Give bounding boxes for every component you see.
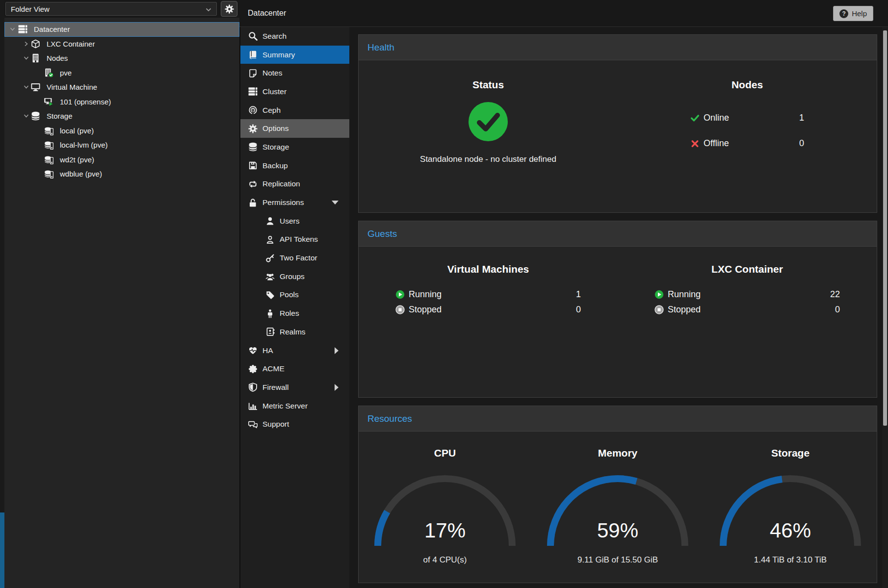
tree-item-storage[interactable]: Storage bbox=[4, 109, 239, 124]
tree-item-label: LXC Container bbox=[47, 40, 95, 48]
tree-item-101-opnsense[interactable]: 101 (opnsense) bbox=[4, 95, 239, 109]
status-row-label: Stopped bbox=[668, 305, 701, 315]
menu-item-acme[interactable]: ACME bbox=[240, 359, 349, 378]
status-row-label: Offline bbox=[704, 138, 729, 149]
database-disk-icon bbox=[44, 126, 57, 135]
health-nodes-column: Nodes Online1Offline0 bbox=[618, 60, 877, 212]
search-icon bbox=[248, 31, 258, 41]
menu-item-replication[interactable]: Replication bbox=[240, 175, 349, 194]
desktop-icon bbox=[31, 82, 44, 92]
resources-panel-header: Resources bbox=[359, 406, 877, 432]
nodes-title: Nodes bbox=[731, 79, 763, 91]
menu-item-groups[interactable]: Groups bbox=[240, 267, 349, 286]
person-icon bbox=[265, 309, 275, 318]
resources-panel: Resources CPU 17%of 4 CPU(s)Memory 59%9.… bbox=[358, 406, 877, 583]
menu-item-label: Replication bbox=[262, 179, 300, 188]
tree-item-local-pve[interactable]: local (pve) bbox=[4, 124, 239, 138]
tree-item-label: wd2t (pve) bbox=[60, 155, 94, 164]
tree-item-pve[interactable]: pve bbox=[4, 66, 239, 80]
tree-item-label: local-lvm (pve) bbox=[60, 141, 108, 149]
status-row-value: 1 bbox=[799, 113, 804, 123]
chevron-down-icon[interactable] bbox=[23, 55, 29, 62]
menu-item-label: Notes bbox=[262, 69, 283, 77]
stop-circle-icon bbox=[395, 305, 405, 314]
scrollbar-thumb[interactable] bbox=[883, 30, 887, 426]
gear-icon bbox=[248, 124, 258, 133]
guests-panel-header: Guests bbox=[359, 221, 877, 247]
key-icon bbox=[265, 254, 275, 263]
tree-settings-button[interactable] bbox=[221, 1, 237, 17]
help-button-label: Help bbox=[852, 9, 867, 18]
menu-item-firewall[interactable]: Firewall bbox=[240, 378, 349, 397]
menu-item-label: Options bbox=[262, 124, 288, 133]
menu-item-search[interactable]: Search bbox=[240, 27, 349, 46]
menu-item-label: API Tokens bbox=[280, 235, 318, 244]
menu-item-label: Users bbox=[280, 217, 299, 226]
menu-item-metric-server[interactable]: Metric Server bbox=[240, 397, 349, 415]
database-icon bbox=[248, 142, 258, 152]
tree-item-wd2t-pve[interactable]: wd2t (pve) bbox=[4, 153, 239, 167]
menu-item-realms[interactable]: Realms bbox=[240, 323, 349, 341]
nodes-status-list: Online1Offline0 bbox=[690, 110, 804, 151]
database-icon bbox=[31, 111, 44, 121]
menu-item-two-factor[interactable]: Two Factor bbox=[240, 249, 349, 267]
menu-item-options[interactable]: Options bbox=[240, 119, 349, 138]
cross-icon bbox=[690, 138, 700, 148]
health-status-column: Status Standalone node - no cluster defi… bbox=[359, 60, 618, 212]
menu-item-users[interactable]: Users bbox=[240, 212, 349, 230]
view-mode-select[interactable]: Folder View bbox=[5, 2, 217, 16]
heartbeat-icon bbox=[248, 346, 258, 355]
resources-panel-title: Resources bbox=[367, 413, 412, 424]
tree-item-label: Virtual Machine bbox=[47, 83, 97, 91]
tree-item-virtual-machine[interactable]: Virtual Machine bbox=[4, 80, 239, 95]
tree-item-label: Datacenter bbox=[34, 25, 70, 33]
menu-item-label: Summary bbox=[262, 51, 295, 59]
tree-item-wdblue-pve[interactable]: wdblue (pve) bbox=[4, 167, 239, 181]
server-icon bbox=[18, 25, 31, 34]
caret-right-icon bbox=[335, 347, 339, 354]
menu-item-permissions[interactable]: Permissions bbox=[240, 193, 349, 212]
menu-item-label: Realms bbox=[280, 328, 306, 336]
status-row-running: Running22 bbox=[654, 287, 840, 302]
tree-toolbar: Folder View bbox=[4, 0, 239, 18]
chevron-right-icon[interactable] bbox=[23, 40, 29, 47]
chevron-down-icon[interactable] bbox=[9, 26, 16, 33]
menu-item-label: Storage bbox=[262, 143, 289, 152]
menu-item-storage[interactable]: Storage bbox=[240, 138, 349, 156]
tree-item-datacenter[interactable]: Datacenter bbox=[4, 22, 239, 37]
tree-item-lxc-container[interactable]: LXC Container bbox=[4, 37, 239, 51]
building-icon bbox=[31, 53, 44, 63]
menu-item-pools[interactable]: Pools bbox=[240, 286, 349, 305]
menu-item-label: Cluster bbox=[262, 87, 287, 96]
chevron-down-icon[interactable] bbox=[23, 84, 29, 91]
tree-item-local-lvm-pve[interactable]: local-lvm (pve) bbox=[4, 138, 239, 153]
gauge-percent-value: 46% bbox=[717, 519, 864, 542]
menu-item-api-tokens[interactable]: API Tokens bbox=[240, 230, 349, 249]
note-icon bbox=[248, 69, 258, 78]
guests-status-list: Running22Stopped0 bbox=[654, 287, 840, 317]
guests-panel-title: Guests bbox=[367, 229, 397, 239]
left-edge-strip bbox=[0, 0, 4, 588]
floppy-icon bbox=[248, 161, 258, 170]
menu-item-label: ACME bbox=[262, 364, 285, 373]
shield-icon bbox=[248, 383, 258, 392]
menu-item-ha[interactable]: HA bbox=[240, 341, 349, 360]
tree-item-nodes[interactable]: Nodes bbox=[4, 51, 239, 66]
cluster-icon bbox=[248, 87, 258, 96]
menu-item-notes[interactable]: Notes bbox=[240, 64, 349, 82]
desktop-play-icon bbox=[44, 97, 57, 106]
address-book-icon bbox=[265, 327, 275, 336]
menu-item-support[interactable]: Support bbox=[240, 415, 349, 434]
menu-item-label: Ceph bbox=[262, 106, 281, 115]
resource-column-title: CPU bbox=[434, 447, 456, 459]
menu-item-label: Roles bbox=[280, 309, 299, 318]
status-row-label: Running bbox=[668, 289, 701, 300]
menu-item-backup[interactable]: Backup bbox=[240, 156, 349, 175]
content-scrollbar[interactable] bbox=[882, 27, 888, 588]
menu-item-cluster[interactable]: Cluster bbox=[240, 82, 349, 101]
menu-item-ceph[interactable]: Ceph bbox=[240, 101, 349, 120]
help-button[interactable]: ? Help bbox=[833, 6, 873, 21]
menu-item-roles[interactable]: Roles bbox=[240, 304, 349, 323]
menu-item-summary[interactable]: Summary bbox=[240, 46, 349, 64]
chevron-down-icon[interactable] bbox=[23, 113, 29, 120]
